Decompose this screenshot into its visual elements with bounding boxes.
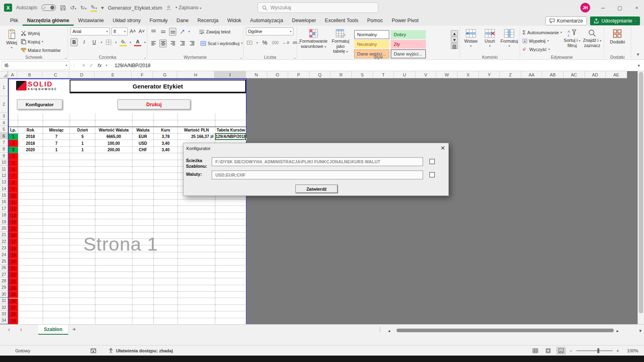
grid-cell[interactable]	[178, 252, 215, 259]
lp-cell[interactable]: 25	[9, 292, 18, 298]
conditional-formatting-button[interactable]: Formatowaniewarunkowe ▾	[299, 27, 328, 54]
grid-cell[interactable]	[178, 292, 215, 298]
column-header-B[interactable]: B	[17, 71, 42, 78]
undo-icon[interactable]: ↺▾	[70, 4, 76, 11]
grid-cell[interactable]	[43, 153, 70, 160]
grid-cell[interactable]	[154, 173, 178, 179]
column-header-G[interactable]: G	[153, 71, 177, 78]
avatar[interactable]: JH	[580, 3, 590, 12]
grid-cell[interactable]	[154, 160, 178, 167]
grid-cell[interactable]	[18, 292, 43, 298]
grid-cell[interactable]	[95, 193, 132, 199]
currencies-input[interactable]: USD;EUR;CHF	[212, 171, 423, 179]
grid-cell[interactable]	[95, 285, 132, 292]
quick-access-more-icon[interactable]: ▾	[101, 4, 104, 11]
column-header-V[interactable]: V	[415, 71, 437, 78]
zoom-out-icon[interactable]: −	[570, 348, 572, 353]
table-cell[interactable]: 1	[70, 147, 95, 153]
zoom-in-icon[interactable]: +	[617, 348, 619, 353]
grid-cell[interactable]	[178, 245, 215, 252]
grid-cell[interactable]	[43, 180, 70, 186]
lp-cell[interactable]: 5	[9, 160, 18, 167]
lp-cell[interactable]: 15	[9, 226, 18, 232]
column-header-D[interactable]: D	[69, 71, 95, 78]
comments-button[interactable]: Komentarze	[545, 16, 587, 25]
grid-cell[interactable]	[132, 186, 154, 193]
increase-font-icon[interactable]: A˄	[129, 27, 136, 35]
save-icon[interactable]	[60, 5, 66, 11]
font-size-select[interactable]: 8▾	[111, 27, 128, 35]
lp-cell[interactable]: 18	[9, 245, 18, 252]
ribbon-tab-deweloper[interactable]: Deweloper	[287, 16, 320, 26]
grid-cell[interactable]	[178, 213, 215, 219]
lp-cell[interactable]: 12	[9, 206, 18, 212]
table-cell[interactable]: 6665,00	[95, 134, 132, 140]
grid-cell[interactable]	[70, 213, 95, 219]
grid-cell[interactable]	[154, 180, 178, 186]
zoom-slider-thumb[interactable]	[597, 348, 599, 353]
table-cell[interactable]: 1	[43, 147, 70, 153]
column-header-AA[interactable]: AA	[521, 71, 543, 78]
row-header-4[interactable]: 4	[0, 119, 8, 126]
lp-cell[interactable]: 7	[9, 173, 18, 179]
grid-cell[interactable]	[43, 285, 70, 292]
grid-cell[interactable]	[43, 298, 70, 305]
comma-style-button[interactable]: 000	[272, 39, 279, 47]
column-header-W[interactable]: W	[436, 71, 458, 78]
grid-cell[interactable]	[95, 200, 132, 206]
row-header-5[interactable]: 5	[0, 126, 8, 133]
lp-cell[interactable]: 24	[9, 285, 18, 292]
column-header-Q[interactable]: Q	[310, 71, 331, 78]
print-area[interactable]: Lp.RokMiesiącDzieńWartość WalutaWalutaKu…	[8, 78, 247, 324]
grid-cell[interactable]	[215, 292, 247, 298]
currencies-checkbox[interactable]	[429, 172, 435, 177]
align-middle-icon[interactable]	[159, 28, 167, 36]
dialog-launcher-icon[interactable]: ⌟	[65, 55, 66, 59]
grid-cell[interactable]	[43, 206, 70, 212]
row-header-12[interactable]: 12	[0, 172, 8, 179]
grid-cell[interactable]	[18, 219, 43, 226]
lp-cell[interactable]: 9	[9, 186, 18, 193]
collapse-ribbon-icon[interactable]: ▾	[637, 51, 639, 57]
grid-cell[interactable]	[9, 113, 18, 120]
column-header-E[interactable]: E	[95, 71, 132, 78]
row-header-6[interactable]: 6	[0, 133, 8, 139]
grid-cell[interactable]	[132, 173, 154, 179]
grid-cell[interactable]	[215, 113, 247, 120]
page-layout-view-icon[interactable]	[544, 347, 553, 354]
grid-cell[interactable]	[154, 311, 178, 318]
grid-cell[interactable]	[132, 160, 154, 167]
table-cell[interactable]: 7	[43, 140, 70, 146]
column-header-C[interactable]: C	[42, 71, 69, 78]
row-header-13[interactable]: 13	[0, 179, 8, 185]
lp-cell[interactable]: 29	[9, 318, 18, 324]
autosum-button[interactable]: ΣAutosumowanie▾	[522, 28, 562, 37]
grid-cell[interactable]	[178, 219, 215, 226]
row-header-25[interactable]: 25	[0, 258, 8, 264]
align-top-icon[interactable]	[150, 28, 157, 36]
grid-cell[interactable]	[154, 213, 178, 219]
ribbon-tab-dane[interactable]: Dane	[172, 16, 193, 26]
row-header-14[interactable]: 14	[0, 185, 8, 192]
grid-cell[interactable]	[178, 113, 215, 120]
grid-cell[interactable]	[132, 206, 154, 212]
search-input[interactable]: Wyszukaj	[258, 2, 378, 13]
grid-cell[interactable]	[18, 245, 43, 252]
grid-cell[interactable]	[178, 272, 215, 278]
row-header-9[interactable]: 9	[0, 152, 8, 159]
grid-cell[interactable]	[154, 167, 178, 173]
grid-cell[interactable]	[95, 305, 132, 311]
grid-cell[interactable]	[95, 120, 132, 127]
grid-cell[interactable]	[43, 245, 70, 252]
grid-cell[interactable]	[43, 120, 70, 127]
grid-cell[interactable]	[215, 265, 247, 272]
grid-cell[interactable]	[215, 232, 247, 239]
lp-cell[interactable]: 11	[9, 200, 18, 206]
styles-scroll-up-icon[interactable]: ▴	[451, 30, 458, 36]
grid-cell[interactable]	[43, 173, 70, 179]
grid-cell[interactable]	[43, 272, 70, 278]
lp-cell[interactable]: 19	[9, 252, 18, 259]
table-cell[interactable]: 100,00	[95, 140, 132, 146]
grid-cell[interactable]	[215, 252, 247, 259]
zatwierdz-button[interactable]: Zatwierdź	[295, 185, 338, 193]
